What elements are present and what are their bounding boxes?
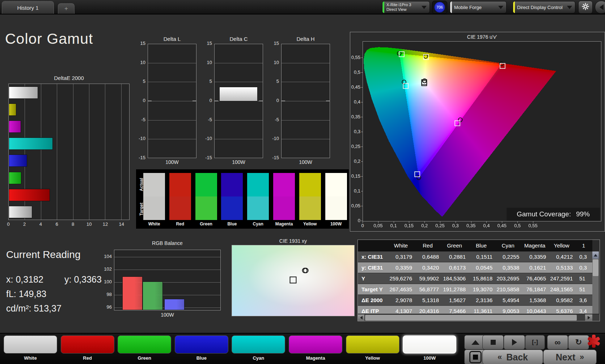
y-tick-label: 0,4 bbox=[346, 99, 360, 105]
left-arrow-icon bbox=[360, 316, 363, 319]
stop-button[interactable] bbox=[482, 335, 504, 350]
patch-label: 100W bbox=[403, 355, 456, 361]
swatch-label: Red bbox=[167, 221, 193, 227]
back-button[interactable]: « Back bbox=[482, 350, 543, 364]
source-dropdown[interactable]: Mobile Forge bbox=[450, 1, 507, 13]
vertical-scrollbar[interactable] bbox=[592, 251, 599, 314]
meter-id-badge[interactable]: 706 bbox=[432, 1, 447, 14]
x-tick bbox=[486, 221, 487, 223]
y-tick-label: 5 bbox=[200, 79, 212, 84]
patch-label: Red bbox=[61, 355, 114, 361]
bar-100w bbox=[9, 86, 38, 99]
scroll-thumb[interactable] bbox=[593, 259, 598, 276]
y-tick bbox=[361, 72, 363, 73]
refresh-button[interactable]: ↻ bbox=[568, 335, 589, 350]
bar-blue bbox=[9, 155, 27, 167]
bar-yellow bbox=[9, 103, 16, 116]
gridline bbox=[282, 139, 330, 139]
row-label: y: CIE31 bbox=[358, 262, 388, 273]
horizontal-scrollbar[interactable] bbox=[358, 314, 600, 321]
y-tick-label: 102 bbox=[100, 266, 112, 272]
measurement-table: WhiteRedGreenBlueCyanMagentaYellow1x: CI… bbox=[358, 240, 600, 321]
patch-button-white[interactable] bbox=[4, 335, 57, 354]
patch-button-cyan[interactable] bbox=[232, 335, 285, 354]
scroll-up-button[interactable] bbox=[592, 251, 599, 259]
patch-button-red[interactable] bbox=[61, 335, 114, 354]
up-arrow-icon bbox=[594, 254, 597, 257]
cell: 76,4065 bbox=[521, 273, 548, 284]
cell: 259,6276 bbox=[388, 273, 414, 284]
y-tick-label: 15 bbox=[267, 41, 279, 46]
x-tick bbox=[517, 221, 518, 223]
bar-cyan bbox=[9, 137, 53, 150]
y-tick bbox=[361, 58, 363, 58]
delta-chart-xlabel: 100W bbox=[148, 159, 196, 165]
bottom-bar: [-] ∞ ↻ « Back Next » WhiteRedGreenBlueC… bbox=[0, 333, 605, 364]
next-button[interactable]: Next » bbox=[543, 350, 597, 364]
delta-chart-title: Delta C bbox=[207, 36, 270, 42]
meter-dropdown[interactable]: X-Rite i1Pro 3 Direct View bbox=[382, 1, 430, 13]
display-control-label: Direct Display Control bbox=[517, 5, 566, 10]
actual-swatch-white bbox=[143, 173, 165, 196]
display-control-dropdown[interactable]: Direct Display Control bbox=[513, 1, 575, 13]
cie1976-title: CIE 1976 u'v' bbox=[363, 34, 601, 40]
y-tick bbox=[361, 117, 363, 117]
cell: 184,5306 bbox=[441, 273, 468, 284]
patch-label: Blue bbox=[175, 355, 228, 361]
cell: 5,4954 bbox=[495, 295, 521, 305]
x-tick-label: 0,35 bbox=[463, 223, 479, 228]
target-swatch-blue bbox=[221, 196, 243, 220]
cell: 4,1307 bbox=[388, 306, 414, 314]
y-tick-label: 96 bbox=[100, 304, 112, 310]
cell: 59,9902 bbox=[414, 273, 441, 284]
settings-button[interactable] bbox=[578, 1, 593, 14]
patch-label: Magenta bbox=[289, 355, 342, 361]
continuous-measure-button[interactable]: ∞ bbox=[547, 335, 568, 350]
chevron-down-icon bbox=[567, 6, 572, 9]
gridline bbox=[282, 120, 330, 120]
patch-button-yellow[interactable] bbox=[346, 335, 399, 354]
collapse-panel-button[interactable] bbox=[595, 1, 605, 14]
bar-green bbox=[9, 172, 21, 184]
patch-button-blue[interactable] bbox=[175, 335, 228, 354]
patch-button-magenta[interactable] bbox=[289, 335, 342, 354]
cell: 5,1318 bbox=[414, 295, 441, 305]
new-tab-button[interactable]: + bbox=[58, 3, 75, 14]
y-tick-label: -5 bbox=[200, 117, 212, 122]
y-tick-label: -5 bbox=[267, 117, 279, 122]
patch-button-100w[interactable] bbox=[403, 335, 456, 354]
actual-target-swatch-strip: ActualTargetWhiteRedGreenBlueCyanMagenta… bbox=[136, 169, 349, 229]
x-tick-label: 0,1 bbox=[386, 223, 402, 228]
cell: 9,0053 bbox=[495, 306, 521, 314]
scroll-right-button[interactable] bbox=[585, 314, 592, 321]
zero-tick bbox=[259, 101, 263, 101]
row-label: ΔE 2000 bbox=[358, 295, 388, 305]
infinity-icon: ∞ bbox=[555, 338, 560, 347]
reading-fl: fL: 149,83 bbox=[6, 289, 46, 299]
scroll-thumb[interactable] bbox=[365, 315, 577, 321]
y-tick-label: 10 bbox=[200, 60, 212, 65]
patch-button-green[interactable] bbox=[118, 335, 171, 354]
patch-label: White bbox=[4, 355, 57, 361]
display-control-status-stripe bbox=[513, 1, 515, 13]
bar-white bbox=[9, 206, 32, 218]
rgb-balance-title: RGB Balance bbox=[114, 240, 221, 246]
x-tick-label: 0,4 bbox=[478, 223, 494, 228]
next-label: Next bbox=[556, 352, 575, 363]
x-tick-label: 0,25 bbox=[432, 223, 448, 228]
row-label: Target Y bbox=[358, 284, 388, 295]
target-swatch-red bbox=[169, 196, 191, 220]
y-tick-label: 0,35 bbox=[346, 114, 360, 119]
chevron-down-icon bbox=[498, 6, 503, 9]
tab-history-1[interactable]: History 1 bbox=[2, 1, 54, 14]
y-tick bbox=[361, 132, 363, 132]
delta-h-chart bbox=[281, 44, 330, 158]
scroll-left-button[interactable] bbox=[358, 314, 364, 321]
reading-cdm2: cd/m²: 513,37 bbox=[6, 303, 62, 314]
single-measure-button[interactable]: [-] bbox=[525, 335, 545, 350]
table-row: Target Y267,463556,8777191,278819,307021… bbox=[358, 284, 592, 295]
gridline bbox=[215, 120, 263, 120]
cell: 20,4316 bbox=[414, 306, 441, 314]
play-button[interactable] bbox=[504, 335, 525, 350]
target-swatch-yellow bbox=[299, 196, 321, 220]
